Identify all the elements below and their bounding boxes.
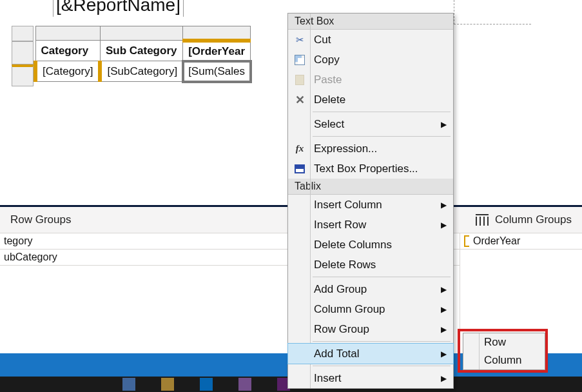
menu-column-group[interactable]: Column Group ▶ [288,299,453,319]
copy-icon [292,52,307,68]
menu-separator [313,341,451,342]
menu-expression[interactable]: fx Expression... [288,139,453,159]
group-item-label: OrderYear [473,235,520,247]
column-groups-label: Column Groups [495,213,572,226]
context-menu[interactable]: Text Box Cut Copy Paste Delete Select ▶ … [287,13,454,389]
chevron-right-icon: ▶ [441,201,447,210]
menu-item-label: Row [484,336,541,349]
blank-icon [292,197,307,213]
svg-rect-0 [122,378,135,391]
tablix-col-handle[interactable] [183,26,251,41]
menu-section-textbox: Text Box [288,14,453,30]
blank-icon [292,371,307,386]
menu-item-label: Cut [314,34,449,46]
tablix-col-handle[interactable] [35,26,100,41]
menu-item-label: Column Group [314,303,441,316]
menu-insert-row[interactable]: Insert Row ▶ [288,215,453,235]
menu-cut[interactable]: Cut [288,30,453,50]
tablix-data-cell[interactable]: [Category] [35,61,100,82]
fx-icon: fx [292,141,307,157]
taskbar-app-icon[interactable] [122,378,135,391]
blank-icon [292,117,307,132]
chevron-right-icon: ▶ [441,305,447,314]
row-groups-label: Row Groups [10,213,71,226]
tablix-header-cell[interactable]: [OrderYear [183,41,251,61]
menu-delete-rows[interactable]: Delete Rows [288,255,453,275]
tablix-col-handle[interactable] [100,26,182,41]
taskbar-app-icon[interactable] [200,378,213,391]
paste-icon [292,72,307,88]
tablix-row-handle[interactable] [12,41,34,64]
menu-item-label: Insert [314,372,441,385]
cut-icon [292,32,307,48]
menu-section-tablix: Tablix [288,179,453,195]
blank-icon [292,346,307,362]
menu-item-label: Select [314,118,441,131]
chevron-right-icon: ▶ [441,285,447,294]
chevron-right-icon: ▶ [441,120,447,129]
menu-item-label: Text Box Properties... [314,162,449,175]
menu-item-label: Paste [314,74,449,86]
menu-copy[interactable]: Copy [288,50,453,70]
report-title-textbox[interactable]: [&ReportName] [53,0,184,17]
menu-insert[interactable]: Insert ▶ [288,368,453,388]
menu-item-label: Row Group [314,323,441,336]
tablix-header-cell[interactable]: Category [35,41,100,61]
chevron-right-icon: ▶ [441,220,447,230]
tablix-corner-handle[interactable] [12,26,34,41]
blank-icon [292,237,307,253]
tablix-row-handle[interactable] [12,64,34,86]
menu-item-label: Insert Row [314,219,441,231]
menu-select[interactable]: Select ▶ [288,114,453,134]
taskbar-app-icon[interactable] [161,378,174,391]
page-boundary [454,0,531,24]
delete-icon [292,92,307,108]
blank-icon [292,322,307,337]
menu-item-label: Delete Columns [314,239,449,251]
column-group-item[interactable]: OrderYear [460,233,582,250]
group-item-label: ubCategory [4,251,57,263]
svg-rect-1 [161,378,174,391]
taskbar-app-icon[interactable] [238,378,251,391]
blank-icon [292,257,307,273]
menu-item-label: Expression... [314,142,449,155]
tablix[interactable]: Category Sub Category [OrderYear [Catego… [34,26,251,82]
group-item-label: tegory [4,235,32,247]
tablix-data-cell[interactable]: [SubCategory] [100,61,182,82]
menu-item-label: Copy [314,54,449,66]
submenu-column[interactable]: Column [463,351,545,369]
menu-insert-column[interactable]: Insert Column ▶ [288,195,453,215]
menu-row-group[interactable]: Row Group ▶ [288,319,453,339]
blank-icon [292,217,307,233]
menu-item-label: Insert Column [314,199,441,211]
menu-separator [313,277,451,277]
menu-add-total[interactable]: Add Total ▶ [288,344,453,364]
chevron-right-icon: ▶ [441,374,447,383]
group-bracket-icon [464,235,469,247]
add-total-submenu[interactable]: Row Column [463,333,545,370]
menu-item-label: Add Group [314,283,441,296]
blank-icon [292,282,307,297]
tablix-header-cell[interactable]: Sub Category [100,41,182,61]
svg-rect-2 [200,378,213,391]
menu-item-label: Delete [314,93,449,106]
menu-separator [313,366,451,366]
menu-item-label: Column [484,354,541,367]
menu-item-label: Add Total [314,348,441,360]
menu-paste: Paste [288,70,453,90]
submenu-row[interactable]: Row [463,333,545,351]
properties-icon [292,161,307,177]
menu-separator [313,136,451,137]
menu-add-group[interactable]: Add Group ▶ [288,279,453,299]
chevron-right-icon: ▶ [441,325,447,334]
menu-separator [313,112,451,112]
menu-delete[interactable]: Delete [288,90,453,110]
svg-rect-3 [238,378,251,391]
matrix-icon [476,214,489,226]
menu-textbox-properties[interactable]: Text Box Properties... [288,159,453,179]
blank-icon [292,302,307,317]
chevron-right-icon: ▶ [441,349,447,358]
tablix-selected-cell[interactable]: [Sum(Sales [183,61,251,82]
menu-delete-columns[interactable]: Delete Columns [288,235,453,255]
menu-item-label: Delete Rows [314,259,449,271]
